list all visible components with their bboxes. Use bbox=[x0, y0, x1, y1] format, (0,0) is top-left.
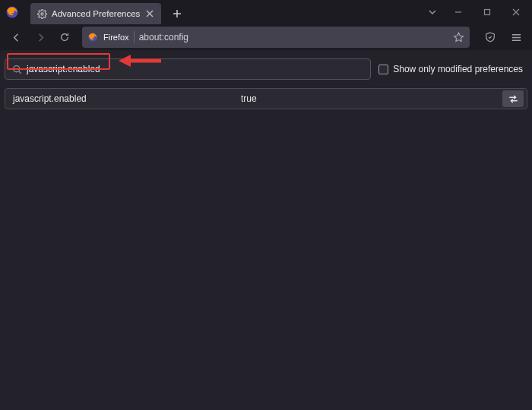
bookmark-star-icon[interactable] bbox=[451, 30, 465, 44]
preference-search-input[interactable] bbox=[27, 64, 364, 74]
show-only-modified-label: Show only modified preferences bbox=[393, 64, 523, 74]
close-tab-icon[interactable] bbox=[144, 8, 155, 19]
hamburger-menu-icon[interactable] bbox=[505, 26, 527, 49]
preference-row[interactable]: javascript.enabled true bbox=[5, 88, 527, 109]
url-identity-label: Firefox bbox=[103, 33, 129, 42]
nav-right-icons bbox=[479, 26, 527, 49]
preference-value: true bbox=[241, 93, 502, 104]
search-box[interactable] bbox=[5, 58, 371, 80]
navbar: Firefox about:config bbox=[0, 24, 532, 50]
browser-tab[interactable]: Advanced Preferences bbox=[30, 3, 161, 24]
new-tab-button[interactable] bbox=[167, 4, 187, 24]
checkbox-icon bbox=[378, 65, 388, 74]
url-bar[interactable]: Firefox about:config bbox=[82, 27, 470, 48]
toggle-preference-button[interactable] bbox=[502, 90, 524, 107]
back-button[interactable] bbox=[5, 26, 27, 49]
url-text: about:config bbox=[139, 32, 188, 43]
url-separator bbox=[134, 31, 135, 43]
svg-point-4 bbox=[13, 65, 19, 71]
tab-title: Advanced Preferences bbox=[52, 9, 140, 18]
search-icon bbox=[11, 64, 22, 74]
minimize-button[interactable] bbox=[444, 1, 473, 24]
window-controls bbox=[444, 1, 530, 24]
show-only-modified-checkbox[interactable]: Show only modified preferences bbox=[378, 64, 527, 74]
gear-icon bbox=[36, 8, 47, 19]
svg-rect-2 bbox=[485, 10, 490, 15]
aboutconfig-content: Show only modified preferences javascrip… bbox=[0, 50, 532, 410]
preference-name: javascript.enabled bbox=[13, 93, 241, 104]
search-row: Show only modified preferences bbox=[5, 55, 527, 84]
tabs-dropdown-icon[interactable] bbox=[421, 1, 444, 24]
close-window-button[interactable] bbox=[502, 1, 530, 24]
firefox-badge-icon bbox=[87, 31, 99, 43]
maximize-button[interactable] bbox=[473, 1, 502, 24]
forward-button[interactable] bbox=[29, 26, 52, 49]
shield-icon[interactable] bbox=[479, 26, 502, 49]
reload-button[interactable] bbox=[53, 26, 76, 49]
titlebar: Advanced Preferences bbox=[0, 0, 532, 24]
firefox-logo-icon bbox=[5, 5, 20, 20]
svg-point-1 bbox=[40, 12, 43, 14]
